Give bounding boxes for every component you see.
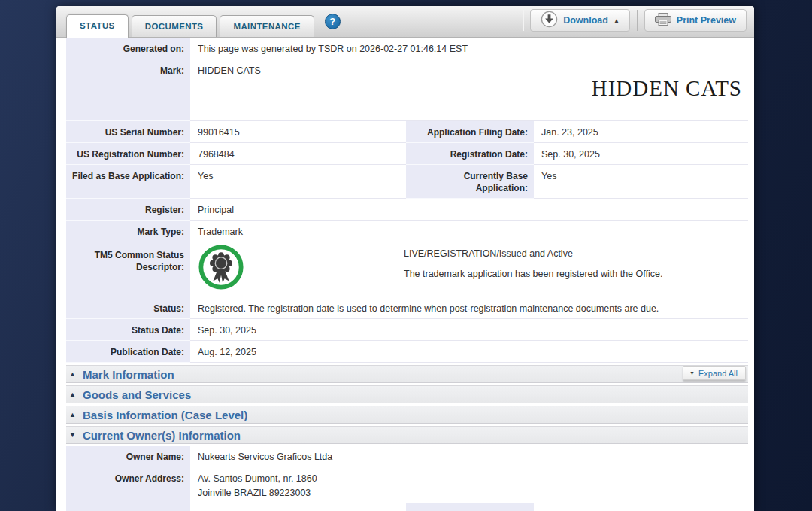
help-icon[interactable]: ? [325,14,341,29]
serial-number-value: 99016415 [190,121,406,143]
legal-entity-row: Legal Entity Type: Sociedade por Quotas … [66,503,748,511]
owner-address-line1: Av. Santos Dumont, nr. 1860 [198,473,317,484]
publication-date-row: Publication Date: Aug. 12, 2025 [66,341,748,363]
generated-on-row: Generated on: This page was generated by… [66,38,748,59]
tm5-label: TM5 Common Status Descriptor: [66,242,190,298]
currently-base-value: Yes [534,165,748,199]
owner-name-value: Nukearts Servicos Graficos Ltda [190,446,748,467]
legal-entity-value: Sociedade por Quotas de Responsabilidade… [190,503,406,511]
mark-label: Mark: [66,59,190,81]
tm5-value: LIVE/REGISTRATION/Issued and Active The … [190,242,748,298]
registration-number-value: 7968484 [190,143,406,165]
filing-date-label: Application Filing Date: [406,121,534,143]
generated-on-label: Generated on: [66,38,190,59]
filed-base-label: Filed as Base Application: [66,165,190,199]
state-country-value: BRAZIL [534,503,748,511]
section-current-owners[interactable]: ▼ Current Owner(s) Information [66,426,748,444]
mark-image-label-spacer [66,81,190,121]
registration-date-value: Sep. 30, 2025 [534,143,748,165]
tm5-status-text: LIVE/REGISTRATION/Issued and Active The … [404,244,662,280]
tab-bar: STATUS DOCUMENTS MAINTENANCE ? Download … [56,6,754,38]
status-date-row: Status Date: Sep. 30, 2025 [66,319,748,341]
status-row: Status: Registered. The registration dat… [66,297,748,319]
toolbar-divider [637,10,638,31]
owner-name-row: Owner Name: Nukearts Servicos Graficos L… [66,446,748,467]
section-title: Basis Information (Case Level) [83,409,247,421]
tm5-status-line1: LIVE/REGISTRATION/Issued and Active [404,248,573,259]
section-title: Current Owner(s) Information [83,429,241,442]
collapsed-arrow-icon: ▲ [69,370,77,378]
section-title: Mark Information [83,368,174,381]
print-preview-label: Print Preview [677,15,736,26]
owner-address-line2: Joinville BRAZIL 89223003 [198,487,745,499]
tab-maintenance[interactable]: MAINTENANCE [220,15,314,37]
section-goods-and-services[interactable]: ▲ Goods and Services [66,385,748,403]
tm5-row: TM5 Common Status Descriptor: [66,242,748,297]
print-preview-button[interactable]: Print Preview [644,9,747,32]
tm5-label-line2: Descriptor: [136,262,184,272]
owner-address-value: Av. Santos Dumont, nr. 1860 Joinville BR… [190,467,748,503]
printer-icon [655,13,671,28]
toolbar-divider [523,10,523,31]
section-basis-information[interactable]: ▲ Basis Information (Case Level) [66,406,748,424]
collapsed-arrow-icon: ▲ [69,391,77,398]
section-title: Goods and Services [83,388,191,401]
section-mark-information[interactable]: ▲ Mark Information ▼ Expand All [66,365,748,383]
tab-status[interactable]: STATUS [66,14,129,38]
publication-date-label: Publication Date: [66,341,190,363]
registered-badge-icon [198,244,244,294]
base-application-row: Filed as Base Application: Yes Currently… [66,165,748,199]
owner-address-row: Owner Address: Av. Santos Dumont, nr. 18… [66,467,748,503]
expand-all-label: Expand All [698,369,738,378]
tab-documents[interactable]: DOCUMENTS [132,15,217,37]
filed-base-value: Yes [190,165,406,199]
serial-number-label: US Serial Number: [66,121,190,143]
regnum-regdate-row: US Registration Number: 7968484 Registra… [66,143,748,165]
publication-date-value: Aug. 12, 2025 [190,341,748,363]
expand-all-button[interactable]: ▼ Expand All [683,366,746,380]
tm5-status-line2: The trademark application has been regis… [404,268,662,280]
status-date-value: Sep. 30, 2025 [190,319,748,341]
download-caret-icon: ▲ [614,17,620,24]
status-date-label: Status Date: [66,319,190,341]
generated-on-value: This page was generated by TSDR on 2026-… [190,38,748,59]
register-row: Register: Principal [66,199,748,221]
register-value: Principal [190,199,748,221]
registration-number-label: US Registration Number: [66,143,190,165]
currently-base-label: Currently Base Application: [406,165,534,199]
collapsed-arrow-icon: ▲ [69,411,77,418]
state-country-label: State or Country Where Organized: [406,503,534,511]
mark-type-row: Mark Type: Trademark [66,221,748,242]
serial-filing-row: US Serial Number: 99016415 Application F… [66,121,748,143]
owner-info: Owner Name: Nukearts Servicos Graficos L… [66,446,748,511]
owner-name-label: Owner Name: [66,446,190,467]
download-label: Download [563,15,608,26]
status-value: Registered. The registration date is use… [190,297,748,319]
expand-all-caret-icon: ▼ [689,370,695,376]
mark-type-value: Trademark [190,221,748,242]
status-content: Generated on: This page was generated by… [56,38,754,511]
register-label: Register: [66,199,190,221]
filing-date-value: Jan. 23, 2025 [534,121,748,143]
mark-image: HIDDEN CATS [190,81,748,121]
toolbar-right: Download ▲ Print Preview [523,9,747,37]
expanded-arrow-icon: ▼ [69,431,77,439]
download-icon [541,11,558,30]
mark-image-row: HIDDEN CATS [66,81,748,121]
registration-date-label: Registration Date: [406,143,534,165]
download-button[interactable]: Download ▲ [530,9,630,32]
mark-type-label: Mark Type: [66,221,190,242]
legal-entity-label: Legal Entity Type: [66,503,190,511]
tm5-label-line1: TM5 Common Status [95,250,184,260]
tsdr-page: STATUS DOCUMENTS MAINTENANCE ? Download … [56,6,754,511]
owner-address-label: Owner Address: [66,467,190,503]
status-label: Status: [66,297,190,319]
